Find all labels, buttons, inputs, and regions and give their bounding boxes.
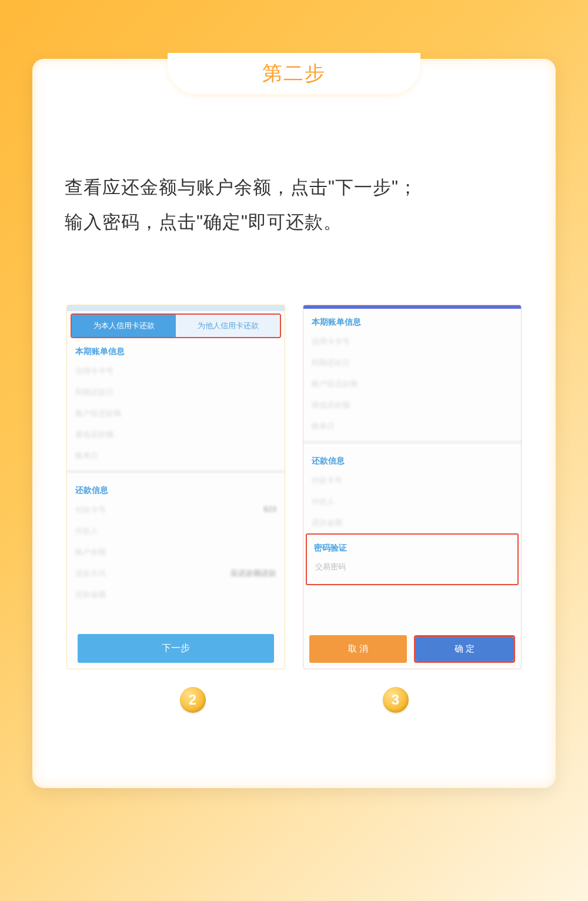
row-bill-day: 账单日 (303, 416, 521, 437)
action-buttons: 取 消 确 定 (309, 635, 515, 663)
next-button[interactable]: 下一步 (78, 634, 274, 663)
row-balance: 账户余额 (67, 542, 285, 563)
screenshots-row: 为本人信用卡还款 为他人信用卡还款 本期账单信息 信用卡卡号 到期还款日 账户应… (32, 240, 556, 669)
row-payer: 付款人 (303, 491, 521, 512)
instruction-text: 查看应还金额与账户余额，点击"下一步"； 输入密码，点击"确定"即可还款。 (32, 71, 556, 240)
step-tab: 第二步 (168, 53, 420, 94)
row-card-number: 信用卡卡号 (67, 361, 285, 382)
screenshot-step-2: 为本人信用卡还款 为他人信用卡还款 本期账单信息 信用卡卡号 到期还款日 账户应… (66, 305, 285, 669)
tab-other-repay[interactable]: 为他人信用卡还款 (176, 315, 280, 337)
step-title: 第二步 (262, 60, 326, 87)
instruction-card: 第二步 查看应还金额与账户余额，点击"下一步"； 输入密码，点击"确定"即可还款… (32, 59, 556, 788)
section-repay-info: 还款信息 (303, 448, 521, 470)
row-min-payment: 最低还款额 (67, 424, 285, 445)
row-repay-method: 还款方式 应还款额还款 (67, 563, 285, 584)
row-due-date: 到期还款日 (67, 382, 285, 403)
instruction-line-2: 输入密码，点击"确定"即可还款。 (65, 205, 523, 240)
step-badges: 2 3 (32, 669, 556, 713)
cancel-button[interactable]: 取 消 (309, 635, 407, 663)
row-pay-card: 付款卡号 (303, 470, 521, 491)
badge-step-3: 3 (383, 687, 409, 713)
password-highlight: 密码验证 交易密码 (306, 533, 519, 585)
tab-self-repay[interactable]: 为本人信用卡还款 (72, 315, 176, 337)
row-min-payment: 最低还款额 (303, 395, 521, 416)
row-due-amount: 账户应还款额 (303, 373, 521, 395)
section-password: 密码验证 (307, 536, 517, 556)
app-topbar (67, 305, 285, 311)
password-input[interactable]: 交易密码 (312, 558, 513, 576)
badge-step-2: 2 (180, 687, 206, 713)
row-card-number: 信用卡卡号 (303, 331, 521, 352)
section-bill-info: 本期账单信息 (67, 338, 285, 361)
confirm-button[interactable]: 确 定 (416, 637, 513, 661)
row-repay-amount: 还款金额 (303, 512, 521, 533)
row-repay-amount: 还款金额 (67, 584, 285, 605)
row-bill-day: 账单日 (67, 445, 285, 466)
screenshot-step-3: 本期账单信息 信用卡卡号 到期还款日 账户应还款额 最低还款额 账单日 还款信息… (303, 305, 522, 669)
row-due-date: 到期还款日 (303, 352, 521, 373)
section-repay-info: 还款信息 (67, 477, 285, 499)
row-due-amount: 账户应还款额 (67, 403, 285, 424)
confirm-highlight: 确 定 (414, 635, 515, 663)
repay-method-value: 应还款额还款 (230, 568, 276, 579)
repay-tabs: 为本人信用卡还款 为他人信用卡还款 (71, 313, 281, 338)
pay-card-value: 623 (263, 505, 276, 513)
section-bill-info: 本期账单信息 (303, 309, 521, 331)
row-pay-card: 付款卡号 623 (67, 499, 285, 520)
instruction-line-1: 查看应还金额与账户余额，点击"下一步"； (65, 171, 523, 205)
row-payer: 付款人 (67, 520, 285, 542)
